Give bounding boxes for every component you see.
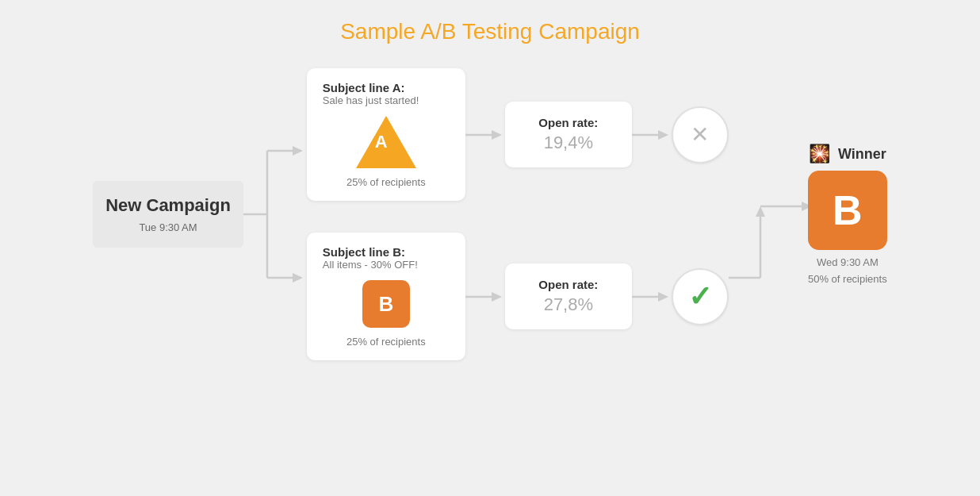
variant-b-recipients: 25% of recipients xyxy=(323,336,450,348)
winner-recipients: 50% of recipients xyxy=(808,273,887,285)
svg-marker-6 xyxy=(293,273,303,283)
winner-label-text: Winner xyxy=(838,146,886,163)
open-rate-b-value: 27,8% xyxy=(524,294,613,315)
winner-time: Wed 9:30 AM xyxy=(808,256,887,268)
winner-label-row: 🎇 Winner xyxy=(808,144,887,164)
subject-card-b: Subject line B: All items - 30% OFF! B 2… xyxy=(307,233,465,360)
open-rate-box-b: Open rate: 27,8% xyxy=(505,263,632,329)
svg-marker-8 xyxy=(492,130,502,140)
svg-marker-3 xyxy=(293,146,303,156)
arrow-openrate-b-to-decision xyxy=(632,285,672,309)
variants-section: Subject line A: Sale has just started! A… xyxy=(307,68,729,360)
variant-a-row: Subject line A: Sale has just started! A… xyxy=(307,68,729,201)
open-rate-a-value: 19,4% xyxy=(524,133,613,153)
arrow-openrate-a-to-decision xyxy=(632,123,672,147)
open-rate-b-label: Open rate: xyxy=(524,278,613,291)
x-icon: ✕ xyxy=(691,121,709,148)
svg-marker-12 xyxy=(492,292,502,302)
check-icon: ✓ xyxy=(688,280,712,313)
variant-b-row: Subject line B: All items - 30% OFF! B 2… xyxy=(307,233,729,360)
decision-node-b: ✓ xyxy=(672,268,729,325)
ab-test-diagram: New Campaign Tue 9:30 AM Subject line A:… xyxy=(0,68,980,360)
page-title: Sample A/B Testing Campaign xyxy=(340,19,640,44)
svg-marker-17 xyxy=(756,206,765,217)
open-rate-a-label: Open rate: xyxy=(524,116,613,129)
subject-card-a: Subject line A: Sale has just started! A… xyxy=(307,68,465,201)
campaign-start-box: New Campaign Tue 9:30 AM xyxy=(93,181,243,247)
subject-a-label: Subject line A: xyxy=(323,81,450,94)
fork-connector xyxy=(243,87,307,341)
svg-marker-19 xyxy=(802,202,808,211)
variant-a-triangle-icon: A xyxy=(356,116,416,168)
variant-b-small-icon: B xyxy=(362,280,410,328)
svg-marker-14 xyxy=(658,292,668,302)
firework-icon: 🎇 xyxy=(809,144,830,164)
winner-b-icon: B xyxy=(808,171,887,250)
decision-node-a: ✕ xyxy=(672,106,729,163)
variant-b-small-letter: B xyxy=(378,292,393,317)
arrow-a-to-openrate xyxy=(465,123,505,147)
campaign-title: New Campaign xyxy=(105,195,231,216)
campaign-time: Tue 9:30 AM xyxy=(105,221,231,233)
winner-block: 🎇 Winner B Wed 9:30 AM 50% of recipients xyxy=(808,144,887,285)
variant-a-letter: A xyxy=(375,132,388,152)
subject-b-text: All items - 30% OFF! xyxy=(323,259,450,271)
arrow-b-to-openrate xyxy=(465,285,505,309)
open-rate-box-a: Open rate: 19,4% xyxy=(505,102,632,167)
variant-a-recipients: 25% of recipients xyxy=(323,176,450,188)
subject-a-text: Sale has just started! xyxy=(323,94,450,106)
winner-b-letter: B xyxy=(833,186,863,234)
join-connector xyxy=(729,87,808,341)
subject-b-label: Subject line B: xyxy=(323,245,450,259)
svg-marker-10 xyxy=(658,130,668,140)
